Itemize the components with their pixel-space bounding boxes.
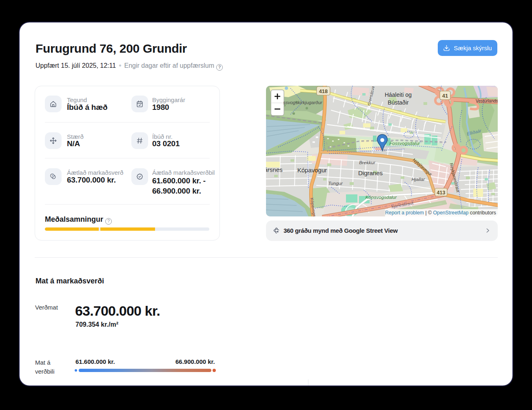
svg-text:Kársnes: Kársnes: [266, 166, 283, 173]
svg-text:Kópavogur: Kópavogur: [297, 167, 327, 174]
svg-text:Digranes: Digranes: [358, 169, 383, 176]
svg-text:Report a problem | © OpenStree: Report a problem | © OpenStreetMap contr…: [385, 210, 496, 216]
svg-text:Bústaðir: Bústaðir: [388, 99, 409, 106]
svg-text:41: 41: [442, 93, 448, 99]
svg-text:Vesturlandsve: Vesturlandsve: [476, 98, 498, 103]
svg-text:418: 418: [319, 88, 328, 94]
svg-text:413: 413: [437, 190, 446, 196]
svg-text:Háaleiti og: Háaleiti og: [385, 91, 412, 98]
svg-text:Kópavogsdalur: Kópavogsdalur: [366, 195, 397, 200]
svg-text:1: 1: [51, 174, 53, 177]
svg-text:Fossvogsdalur: Fossvogsdalur: [390, 141, 421, 146]
svg-text:Hjallar: Hjallar: [412, 177, 426, 182]
svg-text:ssvogskirkjugarður: ssvogskirkjugarður: [283, 100, 323, 105]
svg-text:Brekkur: Brekkur: [359, 160, 376, 165]
svg-text:Tungur: Tungur: [328, 181, 343, 186]
